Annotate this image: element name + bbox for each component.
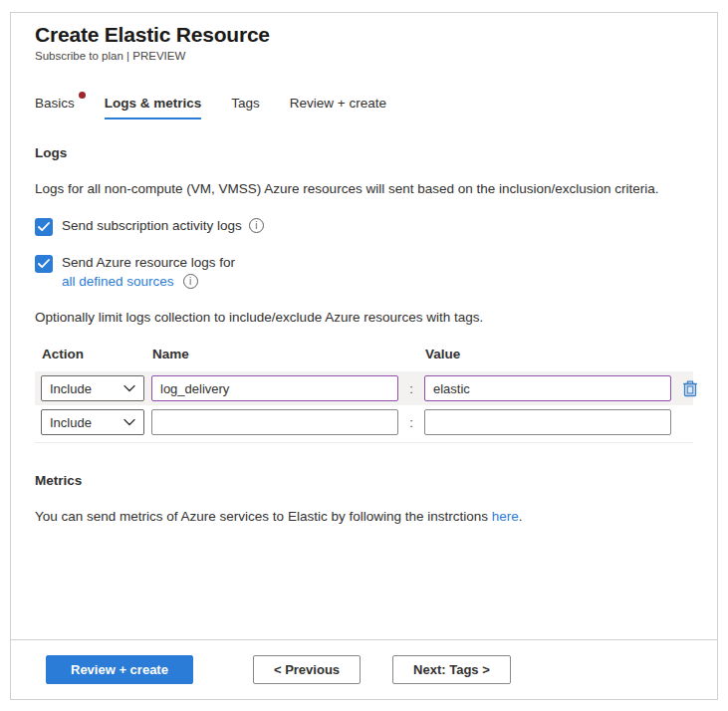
column-header-value: Value — [418, 347, 665, 371]
resource-logs-checkbox[interactable] — [35, 255, 53, 273]
metrics-section-heading: Metrics — [35, 473, 693, 488]
tags-hint-text: Optionally limit logs collection to incl… — [35, 310, 693, 325]
table-bottom-divider — [35, 442, 693, 443]
create-elastic-resource-panel: Create Elastic Resource Subscribe to pla… — [10, 12, 718, 700]
tab-logs-metrics-label: Logs & metrics — [105, 96, 202, 111]
tab-logs-metrics[interactable]: Logs & metrics — [105, 96, 202, 119]
tab-tags-label: Tags — [231, 96, 260, 111]
review-create-button[interactable]: Review + create — [46, 655, 193, 684]
delete-icon — [682, 379, 698, 397]
logs-section-heading: Logs — [35, 145, 693, 160]
wizard-footer: Review + create < Previous Next: Tags > — [11, 639, 717, 699]
tag-filter-table: Action Name Value Include : — [35, 347, 693, 443]
chevron-down-icon — [123, 418, 135, 426]
tag-name-input[interactable] — [151, 375, 398, 401]
checkmark-icon — [38, 259, 50, 269]
resource-logs-checkbox-label: Send Azure resource logs for — [62, 255, 235, 270]
metrics-instructions-link[interactable]: here — [492, 509, 519, 524]
info-icon[interactable]: i — [249, 218, 264, 233]
logs-description: Logs for all non-compute (VM, VMSS) Azur… — [35, 181, 693, 196]
checkmark-icon — [38, 222, 50, 232]
previous-button[interactable]: < Previous — [253, 655, 361, 684]
info-icon[interactable]: i — [183, 274, 198, 289]
delete-row-button[interactable] — [678, 376, 702, 400]
table-row: Include : — [35, 405, 693, 439]
activity-logs-checkbox-label: Send subscription activity logs — [62, 218, 242, 233]
chevron-down-icon — [123, 384, 135, 392]
tag-value-input[interactable] — [424, 409, 671, 435]
page-title: Create Elastic Resource — [35, 23, 693, 47]
tab-review-create[interactable]: Review + create — [290, 96, 386, 119]
name-value-separator: : — [405, 415, 417, 430]
metrics-description: You can send metrics of Azure services t… — [35, 509, 693, 524]
action-dropdown[interactable]: Include — [41, 375, 144, 401]
activity-logs-checkbox[interactable] — [35, 218, 53, 236]
column-header-name: Name — [145, 347, 392, 371]
tab-tags[interactable]: Tags — [231, 96, 260, 119]
metrics-description-text: You can send metrics of Azure services t… — [35, 509, 492, 524]
name-value-separator: : — [405, 381, 417, 396]
column-header-action: Action — [35, 347, 138, 371]
table-row: Include : — [35, 371, 693, 405]
action-dropdown-value: Include — [50, 415, 92, 430]
activity-logs-check-row: Send subscription activity logs i — [35, 218, 693, 236]
action-dropdown-value: Include — [50, 381, 92, 396]
tag-table-header-row: Action Name Value — [35, 347, 693, 371]
metrics-description-period: . — [519, 509, 523, 524]
action-dropdown[interactable]: Include — [41, 409, 144, 435]
tab-basics[interactable]: Basics — [35, 96, 75, 119]
tab-bar: Basics Logs & metrics Tags Review + crea… — [35, 96, 693, 119]
tag-name-input[interactable] — [151, 409, 398, 435]
page-subtitle: Subscribe to plan | PREVIEW — [35, 50, 693, 62]
tab-basics-label: Basics — [35, 96, 75, 111]
next-tags-button[interactable]: Next: Tags > — [392, 655, 511, 684]
tab-review-create-label: Review + create — [290, 96, 386, 111]
tag-value-input[interactable] — [424, 375, 671, 401]
all-defined-sources-link[interactable]: all defined sources — [62, 274, 174, 289]
validation-error-dot — [79, 92, 86, 99]
resource-logs-check-row: Send Azure resource logs for all defined… — [35, 255, 693, 289]
